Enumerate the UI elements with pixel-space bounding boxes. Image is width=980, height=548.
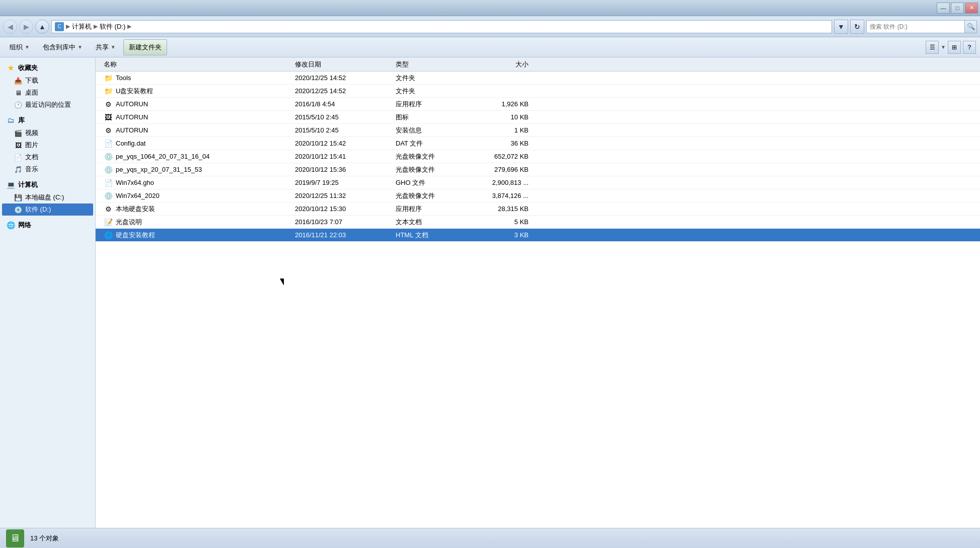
file-date: 2020/10/12 15:42: [291, 140, 392, 147]
breadcrumb-sep2: ▶: [94, 23, 98, 30]
back-button[interactable]: ◀: [3, 20, 17, 34]
new-folder-label: 新建文件夹: [129, 43, 162, 51]
file-date: 2016/1/8 4:54: [291, 100, 392, 108]
table-row[interactable]: 🌐硬盘安装教程2016/11/21 22:03HTML 文档3 KB: [96, 229, 980, 242]
table-row[interactable]: ⚙AUTORUN2015/5/10 2:45安装信息1 KB: [96, 124, 980, 137]
file-date: 2016/10/23 7:07: [291, 218, 392, 226]
table-row[interactable]: 💿pe_yqs_1064_20_07_31_16_042020/10/12 15…: [96, 150, 980, 163]
file-icon: ⚙: [104, 126, 113, 135]
sidebar-network-header[interactable]: 🌐 网络: [2, 219, 93, 232]
col-header-size[interactable]: 大小: [472, 57, 533, 72]
file-date: 2020/10/12 15:41: [291, 153, 392, 160]
view-mode-icon: ☰: [930, 44, 935, 51]
search-button[interactable]: 🔍: [964, 21, 976, 33]
sidebar-item-desktop[interactable]: 🖥 桌面: [2, 87, 93, 99]
file-type: HTML 文档: [392, 231, 472, 240]
file-type: 光盘映像文件: [392, 152, 472, 161]
sidebar-item-video[interactable]: 🎬 视频: [2, 127, 93, 139]
file-icon: 📁: [104, 87, 113, 96]
file-name: 光盘说明: [116, 218, 142, 227]
sidebar-item-documents[interactable]: 📄 文档: [2, 151, 93, 163]
table-row[interactable]: ⚙AUTORUN2016/1/8 4:54应用程序1,926 KB: [96, 98, 980, 111]
new-folder-button[interactable]: 新建文件夹: [123, 39, 167, 55]
dropdown-button[interactable]: ▼: [834, 20, 848, 34]
close-button[interactable]: ✕: [965, 3, 978, 14]
col-header-date[interactable]: 修改日期: [291, 57, 392, 72]
help-button[interactable]: ?: [963, 41, 976, 54]
col-header-name[interactable]: 名称: [100, 57, 291, 72]
file-size: 2,900,813 ...: [472, 179, 533, 186]
titlebar-controls: — □ ✕: [937, 3, 978, 14]
table-row[interactable]: 💿Win7x64_20202020/12/25 11:32光盘映像文件3,874…: [96, 189, 980, 202]
organize-button[interactable]: 组织 ▼: [4, 39, 35, 55]
share-button[interactable]: 共享 ▼: [90, 39, 121, 55]
sidebar-item-software-d[interactable]: 💿 软件 (D:): [2, 203, 93, 216]
sidebar-item-recent[interactable]: 🕐 最近访问的位置: [2, 99, 93, 111]
sidebar-item-downloads[interactable]: 📥 下载: [2, 75, 93, 87]
file-name: 硬盘安装教程: [116, 231, 155, 240]
search-bar: 🔍: [866, 20, 977, 33]
file-name: Win7x64_2020: [116, 192, 160, 199]
file-rows-container: 📁Tools2020/12/25 14:52文件夹📁U盘安装教程2020/12/…: [96, 72, 980, 242]
file-icon: 📄: [104, 178, 113, 187]
filelist-header: 名称 修改日期 类型 大小: [96, 57, 980, 72]
breadcrumb-arrow[interactable]: ▶: [127, 23, 131, 30]
sidebar-computer-header[interactable]: 💻 计算机: [2, 178, 93, 191]
file-type: 图标: [392, 113, 472, 122]
up-icon: ▲: [39, 23, 46, 31]
file-date: 2020/12/25 14:52: [291, 74, 392, 82]
search-icon: 🔍: [967, 23, 975, 30]
filelist: 名称 修改日期 类型 大小 📁Tools2020/12/25 14:52文件夹📁…: [96, 57, 980, 528]
table-row[interactable]: 📄Config.dat2020/10/12 15:42DAT 文件36 KB: [96, 137, 980, 150]
sidebar-library-header[interactable]: 🗂 库: [2, 114, 93, 127]
file-type: 文件夹: [392, 87, 472, 96]
status-icon: 🖥: [6, 529, 24, 547]
file-date: 2019/9/7 19:25: [291, 179, 392, 186]
file-size: 1,926 KB: [472, 100, 533, 108]
view-details-icon: ⊞: [952, 44, 957, 51]
sidebar-item-pictures[interactable]: 🖼 图片: [2, 139, 93, 151]
pictures-label: 图片: [25, 141, 38, 150]
file-name: AUTORUN: [116, 126, 148, 134]
file-type: DAT 文件: [392, 139, 472, 148]
sidebar-favorites-header[interactable]: ★ 收藏夹: [2, 61, 93, 75]
file-type: 应用程序: [392, 204, 472, 214]
breadcrumb-drive[interactable]: 软件 (D:): [100, 22, 125, 31]
table-row[interactable]: 💿pe_yqs_xp_20_07_31_15_532020/10/12 15:3…: [96, 163, 980, 176]
file-date: 2015/5/10 2:45: [291, 126, 392, 134]
table-row[interactable]: ⚙本地硬盘安装2020/10/12 15:30应用程序28,315 KB: [96, 202, 980, 216]
maximize-button[interactable]: □: [951, 3, 964, 14]
file-name: pe_yqs_xp_20_07_31_15_53: [116, 166, 202, 173]
file-date: 2020/10/12 15:36: [291, 166, 392, 173]
up-button[interactable]: ▲: [35, 20, 49, 34]
table-row[interactable]: 📁U盘安装教程2020/12/25 14:52文件夹: [96, 85, 980, 98]
table-row[interactable]: 📄Win7x64.gho2019/9/7 19:25GHO 文件2,900,81…: [96, 176, 980, 189]
share-label: 共享: [96, 43, 109, 52]
file-name: AUTORUN: [116, 113, 148, 121]
file-type: 文本文档: [392, 218, 472, 227]
minimize-button[interactable]: —: [937, 3, 950, 14]
breadcrumb-sep1: ▶: [66, 23, 70, 30]
view-mode-button[interactable]: ☰: [926, 41, 939, 54]
table-row[interactable]: 📁Tools2020/12/25 14:52文件夹: [96, 72, 980, 85]
sidebar-item-music[interactable]: 🎵 音乐: [2, 163, 93, 175]
share-dropdown-icon: ▼: [111, 44, 116, 50]
file-name: pe_yqs_1064_20_07_31_16_04: [116, 153, 210, 160]
breadcrumb-computer[interactable]: 计算机: [72, 22, 92, 31]
view-dropdown-icon: ▼: [941, 44, 946, 50]
file-icon: 🖼: [104, 113, 113, 122]
search-input[interactable]: [867, 23, 964, 30]
include-dropdown-icon: ▼: [78, 44, 83, 50]
table-row[interactable]: 🖼AUTORUN2015/5/10 2:45图标10 KB: [96, 111, 980, 124]
sidebar-section-library: 🗂 库 🎬 视频 🖼 图片 📄 文档 🎵 音乐: [2, 114, 93, 175]
forward-button[interactable]: ▶: [19, 20, 33, 34]
include-library-button[interactable]: 包含到库中 ▼: [37, 39, 88, 55]
table-row[interactable]: 📝光盘说明2016/10/23 7:07文本文档5 KB: [96, 216, 980, 229]
sidebar-item-local-c[interactable]: 💾 本地磁盘 (C:): [2, 191, 93, 203]
refresh-button[interactable]: ↻: [850, 20, 864, 34]
view-details-button[interactable]: ⊞: [948, 41, 961, 54]
drive-d-icon: 💿: [14, 206, 22, 214]
col-header-type[interactable]: 类型: [392, 57, 472, 72]
breadcrumb: C ▶ 计算机 ▶ 软件 (D:) ▶: [51, 20, 832, 33]
file-name: 本地硬盘安装: [116, 204, 155, 214]
